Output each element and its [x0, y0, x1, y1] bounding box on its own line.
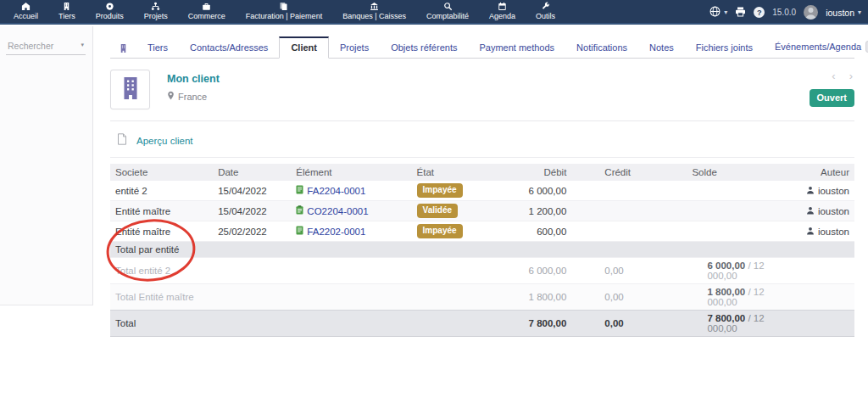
briefcase-icon [202, 2, 211, 11]
subtotal-row-entite-2: Total entité 2 6 000,00 0,00 6 000,00 / … [110, 258, 854, 284]
cell-solde [687, 221, 798, 242]
tab-evenements-agenda[interactable]: Événements/Agenda3 [764, 36, 868, 58]
nav-facturation[interactable]: Facturation | Paiement [236, 0, 332, 23]
table-row: entité 2 15/04/2022 FA2204-0001 Impayée … [110, 181, 854, 201]
main-content: Tiers Contacts/Adresses Client Projets O… [94, 26, 868, 337]
thirdparty-banner: Mon client France ‹ › Ouvert [110, 66, 854, 121]
col-header-credit[interactable]: Crédit [571, 164, 687, 181]
col-header-societe[interactable]: Societe [110, 164, 213, 181]
cell-societe: Entité maître [110, 201, 213, 221]
table-row: Entité maître 15/04/2022 CO2204-0001 Val… [110, 201, 854, 221]
nav-label: Produits [96, 12, 124, 20]
total-credit: 0,00 [571, 311, 687, 337]
nav-commerce[interactable]: Commerce [178, 0, 236, 23]
apercu-client-link[interactable]: Aperçu client [136, 136, 192, 146]
col-header-element[interactable]: Élément [291, 164, 411, 181]
calendar-icon [498, 2, 507, 11]
nav-label: Banques | Caisses [342, 12, 406, 20]
nav-outils[interactable]: Outils [526, 0, 565, 23]
user-menu[interactable]: iouston [826, 8, 854, 18]
total-debit-value: 7 800,00 [529, 318, 567, 328]
wrench-icon [541, 2, 550, 11]
tab-fichiers-joints[interactable]: Fichiers joints [685, 37, 764, 58]
prev-record-arrow[interactable]: ‹ [832, 70, 835, 82]
building-icon [119, 45, 128, 55]
tab-tiers[interactable]: Tiers [136, 37, 179, 58]
tab-client[interactable]: Client [279, 36, 329, 59]
cell-debit: 600,00 [486, 221, 571, 242]
total-debit: 7 800,00 [486, 311, 571, 337]
subtotal-debit: 1 800,00 [486, 284, 571, 311]
help-icon[interactable]: ? [754, 7, 765, 18]
col-header-date[interactable]: Date [213, 164, 291, 181]
nav-tiers[interactable]: Tiers [48, 0, 86, 23]
country-label: France [178, 92, 207, 102]
order-doc-icon [296, 205, 303, 216]
subtotal-solde: 1 800,00 / 12 000,00 [687, 284, 798, 311]
document-icon [117, 133, 127, 148]
tab-payment-methods[interactable]: Payment methods [468, 37, 565, 58]
version-label: 15.0.0 [772, 8, 796, 17]
invoice-icon [279, 2, 288, 11]
company-building-icon [120, 76, 142, 104]
author: iouston [806, 206, 849, 216]
etat-badge: Impayée [417, 183, 463, 198]
nav-label: Accueil [14, 12, 38, 20]
col-header-auteur[interactable]: Auteur [798, 164, 854, 181]
thirdparty-name[interactable]: Mon client [167, 73, 220, 85]
element-ref: FA2204-0001 [307, 186, 365, 196]
cell-credit [571, 181, 687, 201]
nav-produits[interactable]: Produits [86, 0, 134, 23]
solde-value: 1 800,00 [707, 287, 745, 297]
tab-notifications[interactable]: Notifications [565, 37, 638, 58]
product-icon [105, 2, 114, 11]
nav-label: Facturation | Paiement [246, 12, 322, 20]
nav-label: Tiers [58, 12, 75, 20]
nav-accueil[interactable]: Accueil [3, 0, 48, 23]
client-elements-table: Societe Date Élément État Débit Crédit S… [110, 164, 854, 337]
tab-contacts-adresses[interactable]: Contacts/Adresses [179, 37, 279, 58]
avatar[interactable] [804, 5, 818, 20]
tab-objets-referents[interactable]: Objets référents [380, 37, 468, 58]
nav-comptabilite[interactable]: Comptabilité [416, 0, 479, 23]
nav-agenda[interactable]: Agenda [479, 0, 526, 23]
search-dropdown-caret-icon[interactable]: ▾ [81, 42, 84, 48]
total-label: Total [110, 311, 486, 337]
cell-date: 15/04/2022 [213, 201, 291, 221]
author: iouston [806, 186, 849, 196]
table-row: Entité maître 25/02/2022 FA2202-0001 Imp… [110, 221, 854, 242]
col-header-solde[interactable]: Solde [687, 164, 798, 181]
col-header-debit[interactable]: Débit [486, 164, 571, 181]
tab-notes[interactable]: Notes [638, 37, 685, 58]
search-input[interactable] [6, 38, 86, 54]
element-link[interactable]: FA2202-0001 [296, 226, 365, 237]
table-header-row: Societe Date Élément État Débit Crédit S… [110, 164, 854, 181]
author-name: iouston [818, 227, 849, 237]
navbar-right-tools: ▾ ? 15.0.0 iouston ▾ [709, 0, 861, 25]
nav-label: Agenda [489, 12, 515, 20]
company-logo-box [110, 70, 150, 109]
element-link[interactable]: CO2204-0001 [296, 205, 368, 216]
tab-projets[interactable]: Projets [329, 37, 380, 58]
solde-value: 7 800,00 [707, 313, 745, 323]
element-link[interactable]: FA2204-0001 [296, 185, 365, 196]
printer-icon[interactable] [735, 5, 746, 20]
nav-banques[interactable]: Banques | Caisses [332, 0, 416, 23]
dolibarr-thirdparty-client-page: Accueil Tiers Produits Projets Commerce … [0, 0, 868, 420]
chevron-down-icon[interactable]: ▾ [858, 8, 861, 16]
nav-label: Outils [536, 12, 555, 20]
chevron-down-icon[interactable]: ▾ [724, 8, 727, 16]
col-header-etat[interactable]: État [412, 164, 487, 181]
nav-projets[interactable]: Projets [134, 0, 178, 23]
sitemap-icon [151, 2, 160, 11]
next-record-arrow[interactable]: › [849, 70, 853, 82]
cell-debit: 6 000,00 [486, 181, 571, 201]
banner-info: Mon client France [167, 70, 220, 109]
user-icon [806, 186, 815, 196]
tab-card-icon[interactable] [110, 40, 136, 58]
language-globe-icon[interactable] [709, 5, 721, 20]
total-per-entity-header-row: Total par entité [110, 242, 854, 258]
nav-label: Comptabilité [426, 12, 469, 20]
etat-badge: Validée [417, 204, 458, 218]
tab-label: Événements/Agenda [775, 42, 861, 52]
